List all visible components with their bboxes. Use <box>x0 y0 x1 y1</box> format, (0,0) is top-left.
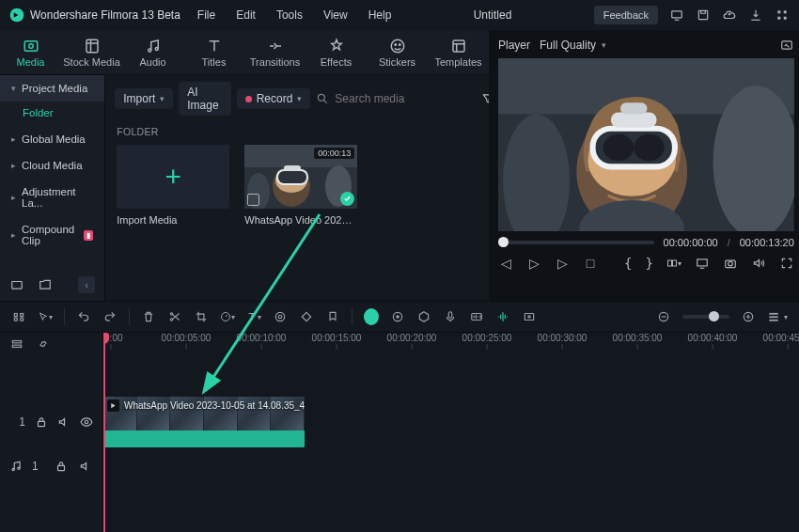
mic-icon[interactable] <box>443 309 458 324</box>
select-tool-icon[interactable]: ▾ <box>38 309 53 324</box>
new-bin-icon[interactable] <box>38 277 53 292</box>
player-controls: ◁ ▷ ▷ □ { } ▾ <box>498 254 794 271</box>
video-clip[interactable]: WhatsApp Video 2023-10-05 at 14.08.35_4b… <box>103 397 305 447</box>
preview-video[interactable] <box>498 58 794 231</box>
preview-pane: Player Full Quality▾ <box>489 30 799 301</box>
clip-label: WhatsApp Video 2023-10-05 at 14.08.35_4b… <box>124 400 305 411</box>
menu-file[interactable]: File <box>197 8 215 22</box>
record-button[interactable]: Record▾ <box>237 88 311 109</box>
render-icon[interactable] <box>522 309 537 324</box>
tab-titles[interactable]: Titles <box>183 30 244 74</box>
sidebar-item-cloud-media[interactable]: ▸Cloud Media <box>0 152 104 179</box>
stop-icon[interactable]: □ <box>583 256 598 271</box>
undo-icon[interactable] <box>76 309 91 324</box>
device-icon[interactable] <box>669 8 684 23</box>
playhead[interactable] <box>103 333 105 532</box>
import-button[interactable]: Import▾ <box>115 88 173 109</box>
tab-transitions[interactable]: Transitions <box>244 30 306 74</box>
text-icon[interactable]: ▾ <box>246 309 261 324</box>
import-media-tile[interactable]: + Import Media <box>117 145 229 226</box>
play-forward-icon[interactable]: ▷ <box>555 256 570 271</box>
svg-rect-26 <box>278 171 306 183</box>
track-motion-icon[interactable] <box>390 309 405 324</box>
track-headers: 1 1 <box>0 333 103 532</box>
tab-stickers[interactable]: Stickers <box>367 30 428 74</box>
tab-effects[interactable]: Effects <box>306 30 367 74</box>
menu-help[interactable]: Help <box>368 8 392 22</box>
mask-icon[interactable] <box>416 309 431 324</box>
keyframe-icon[interactable] <box>299 309 314 324</box>
save-icon[interactable] <box>696 8 711 23</box>
menu-tools[interactable]: Tools <box>276 8 303 22</box>
track-visibility-icon[interactable] <box>80 415 93 430</box>
menu-edit[interactable]: Edit <box>236 8 256 22</box>
new-folder-icon[interactable] <box>9 277 24 292</box>
sidebar-folder-active[interactable]: Folder <box>0 102 104 126</box>
split-icon[interactable] <box>167 309 182 324</box>
search-input[interactable] <box>335 92 476 105</box>
svg-rect-3 <box>777 10 780 13</box>
scrub-track[interactable] <box>498 241 654 244</box>
tab-audio[interactable]: Audio <box>122 30 183 74</box>
menu-view[interactable]: View <box>323 8 348 22</box>
media-toolbar: Import▾ AI Image Record▾ <box>105 75 489 122</box>
display-icon[interactable] <box>695 256 710 271</box>
sidebar-item-global-media[interactable]: ▸Global Media <box>0 126 104 152</box>
sidebar-item-adjustment-layer[interactable]: ▸Adjustment La... <box>0 179 104 216</box>
speed-icon[interactable]: ▾ <box>220 309 235 324</box>
track-view-dropdown[interactable]: ▾ <box>767 310 788 323</box>
delete-icon[interactable] <box>141 309 156 324</box>
app-logo-icon <box>9 8 24 23</box>
compare-icon[interactable]: ▾ <box>666 256 682 271</box>
volume-icon[interactable] <box>751 256 766 271</box>
snapshot-icon[interactable] <box>779 38 794 53</box>
video-track-header[interactable]: 1 <box>0 397 102 447</box>
video-track[interactable]: WhatsApp Video 2023-10-05 at 14.08.35_4b… <box>103 397 799 447</box>
ai-face-icon[interactable] <box>364 309 379 324</box>
play-icon[interactable]: ▷ <box>526 256 541 271</box>
crop-icon[interactable] <box>194 309 209 324</box>
document-title: Untitled <box>408 8 576 22</box>
mark-in-icon[interactable]: { <box>624 256 632 271</box>
duration-badge: 00:00:13 <box>314 148 354 159</box>
zoom-slider[interactable] <box>682 315 729 319</box>
export-icon[interactable] <box>748 8 763 23</box>
fullscreen-icon[interactable] <box>779 256 794 271</box>
track-body[interactable]: 00:00 00:00:05:00 00:00:10:00 00:00:15:0… <box>103 333 799 532</box>
sidebar-item-compound-clip[interactable]: ▸Compound Clip▮ <box>0 216 104 254</box>
track-mute-icon[interactable] <box>57 415 70 430</box>
auto-beat-icon[interactable] <box>495 309 510 324</box>
camera-icon[interactable] <box>723 256 738 271</box>
filter-icon[interactable] <box>481 91 489 106</box>
media-clip-tile[interactable]: 00:00:13 WhatsApp Video 2023-10-05... <box>244 145 357 226</box>
audio-track-header[interactable]: 1 <box>0 447 102 485</box>
color-icon[interactable] <box>273 309 288 324</box>
apps-icon[interactable] <box>775 8 790 23</box>
redo-icon[interactable] <box>102 309 118 324</box>
audio-track-mute-icon[interactable] <box>78 459 93 474</box>
zoom-in-icon[interactable] <box>741 309 756 324</box>
tab-templates[interactable]: Templates <box>428 30 489 74</box>
svg-rect-15 <box>453 40 464 52</box>
scrub-handle[interactable] <box>498 237 509 247</box>
cloud-upload-icon[interactable] <box>722 8 737 23</box>
audio-mixer-icon[interactable] <box>469 309 484 324</box>
zoom-out-icon[interactable] <box>656 309 671 324</box>
track-lock-icon[interactable] <box>35 415 48 430</box>
ai-image-button[interactable]: AI Image <box>179 82 230 116</box>
audio-track-lock-icon[interactable] <box>54 459 69 474</box>
tab-media[interactable]: Media <box>0 30 61 74</box>
magnet-icon[interactable] <box>11 309 26 324</box>
track-add-icon[interactable] <box>9 336 24 352</box>
mark-out-icon[interactable]: } <box>645 256 652 271</box>
collapse-sidebar-button[interactable]: ‹ <box>78 276 95 293</box>
track-link-icon[interactable] <box>36 336 51 352</box>
marker-icon[interactable] <box>325 309 340 324</box>
tab-stock-media[interactable]: Stock Media <box>61 30 122 74</box>
quality-dropdown[interactable]: Full Quality▾ <box>540 39 606 52</box>
feedback-button[interactable]: Feedback <box>594 6 658 24</box>
time-ruler[interactable]: 00:00 00:00:05:00 00:00:10:00 00:00:15:0… <box>103 333 799 355</box>
effects-icon <box>328 38 345 55</box>
prev-frame-icon[interactable]: ◁ <box>498 256 513 271</box>
sidebar-item-project-media[interactable]: ▾Project Media <box>0 75 104 102</box>
